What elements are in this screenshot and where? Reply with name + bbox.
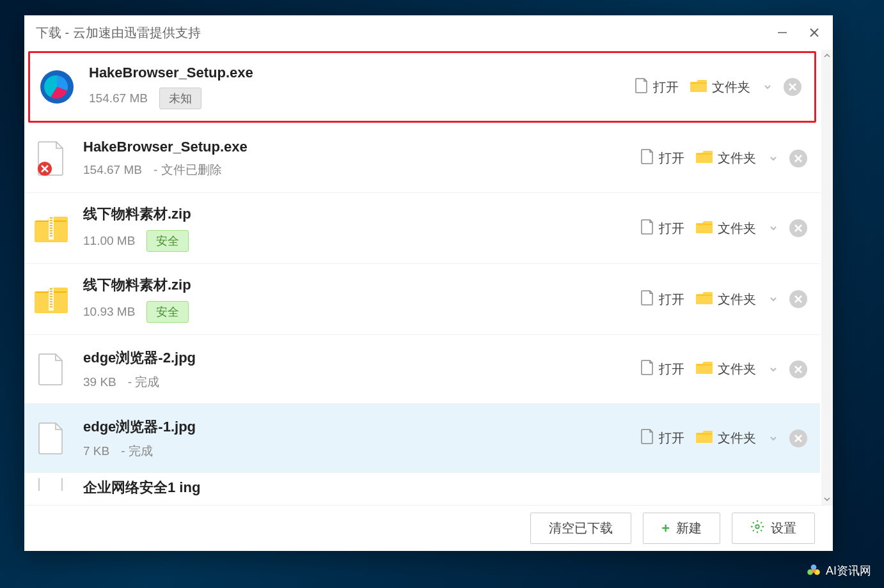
svg-point-19 — [755, 525, 759, 529]
close-button[interactable] — [807, 26, 821, 40]
download-row[interactable]: 线下物料素材.zip11.00 MB安全打开文件夹 — [24, 193, 820, 264]
watermark-text: AI资讯网 — [826, 563, 871, 578]
delete-button[interactable] — [789, 290, 807, 308]
folder-button[interactable]: 文件夹 — [695, 147, 757, 169]
more-options-button[interactable] — [766, 431, 780, 445]
new-label: 新建 — [676, 520, 702, 537]
file-type-icon — [33, 281, 69, 317]
open-button[interactable]: 打开 — [640, 146, 686, 170]
download-row[interactable]: HakeBrowser_Setup.exe154.67 MB- 文件已删除打开文… — [24, 124, 820, 193]
open-button[interactable]: 打开 — [640, 288, 686, 311]
row-actions: 打开文件夹 — [640, 288, 807, 311]
file-info: edge浏览器-1.jpg7 KB- 完成 — [83, 417, 640, 460]
open-label: 打开 — [659, 291, 684, 308]
folder-label: 文件夹 — [718, 291, 756, 308]
new-download-button[interactable]: + 新建 — [643, 513, 720, 544]
more-options-button[interactable] — [761, 80, 775, 94]
file-name: edge浏览器-2.jpg — [83, 348, 640, 368]
file-name: 线下物料素材.zip — [83, 275, 640, 295]
file-type-icon — [33, 478, 69, 491]
more-options-button[interactable] — [766, 292, 780, 306]
clear-downloads-button[interactable]: 清空已下载 — [530, 513, 631, 544]
gear-icon — [750, 520, 764, 537]
settings-label: 设置 — [771, 520, 796, 537]
download-row-partial[interactable]: 企业网络安全1 ing — [24, 473, 820, 504]
folder-button[interactable]: 文件夹 — [695, 217, 757, 240]
status-badge: 安全 — [146, 301, 189, 323]
open-button[interactable]: 打开 — [634, 75, 680, 99]
folder-label: 文件夹 — [712, 79, 750, 96]
file-name: HakeBrowser_Setup.exe — [89, 65, 634, 81]
open-label: 打开 — [659, 429, 684, 447]
open-button[interactable]: 打开 — [640, 426, 686, 450]
row-actions: 打开文件夹 — [634, 75, 801, 99]
folder-icon — [696, 150, 713, 167]
watermark: AI资讯网 — [805, 562, 871, 579]
more-options-button[interactable] — [766, 221, 780, 235]
folder-icon — [696, 429, 713, 447]
file-size: 7 KB — [83, 444, 109, 458]
file-info: 线下物料素材.zip10.93 MB安全 — [83, 275, 640, 323]
file-meta: 154.67 MB- 文件已删除 — [83, 162, 640, 178]
file-type-icon — [39, 69, 75, 105]
document-icon — [641, 149, 654, 167]
more-options-button[interactable] — [766, 151, 780, 166]
file-info: HakeBrowser_Setup.exe154.67 MB未知 — [89, 65, 634, 109]
open-label: 打开 — [659, 360, 684, 378]
document-icon — [641, 290, 654, 309]
row-actions: 打开文件夹 — [640, 357, 807, 381]
settings-button[interactable]: 设置 — [732, 513, 815, 544]
scroll-down-icon[interactable] — [821, 493, 833, 505]
download-list: HakeBrowser_Setup.exe154.67 MB未知打开文件夹Hak… — [24, 50, 821, 505]
folder-label: 文件夹 — [718, 429, 756, 447]
file-info: 线下物料素材.zip11.00 MB安全 — [83, 205, 640, 252]
row-actions: 打开文件夹 — [640, 146, 807, 170]
footer: 清空已下载 + 新建 设置 — [24, 505, 833, 551]
delete-button[interactable] — [789, 429, 807, 447]
status-badge: 未知 — [159, 88, 201, 109]
open-button[interactable]: 打开 — [640, 217, 686, 240]
open-label: 打开 — [659, 220, 684, 237]
download-window: 下载 - 云加速由迅雷提供支持 HakeBrowser_Setup.exe154… — [24, 15, 833, 551]
folder-button[interactable]: 文件夹 — [695, 288, 757, 311]
file-meta: 7 KB- 完成 — [83, 443, 640, 460]
open-label: 打开 — [659, 150, 684, 167]
folder-icon — [696, 360, 713, 378]
file-name: HakeBrowser_Setup.exe — [83, 139, 640, 155]
scroll-up-icon[interactable] — [821, 50, 833, 61]
file-meta: 154.67 MB未知 — [89, 88, 634, 109]
folder-button[interactable]: 文件夹 — [695, 358, 757, 380]
status-text: - 文件已删除 — [154, 162, 222, 178]
window-title: 下载 - 云加速由迅雷提供支持 — [36, 24, 201, 42]
delete-button[interactable] — [789, 219, 807, 237]
open-button[interactable]: 打开 — [640, 357, 686, 381]
delete-button[interactable] — [784, 78, 801, 96]
folder-label: 文件夹 — [718, 150, 756, 167]
download-row[interactable]: edge浏览器-1.jpg7 KB- 完成打开文件夹 — [24, 404, 820, 473]
delete-button[interactable] — [789, 360, 807, 378]
folder-icon — [690, 79, 707, 96]
more-options-button[interactable] — [766, 362, 780, 376]
download-row[interactable]: HakeBrowser_Setup.exe154.67 MB未知打开文件夹 — [28, 51, 816, 123]
delete-button[interactable] — [789, 150, 807, 167]
folder-button[interactable]: 文件夹 — [689, 76, 752, 98]
folder-icon — [696, 220, 713, 237]
folder-label: 文件夹 — [718, 220, 756, 237]
document-icon — [641, 219, 654, 238]
download-row[interactable]: 线下物料素材.zip10.93 MB安全打开文件夹 — [24, 264, 820, 335]
file-name: edge浏览器-1.jpg — [83, 417, 640, 437]
row-actions: 打开文件夹 — [640, 426, 807, 450]
document-icon — [641, 429, 654, 447]
document-icon — [641, 360, 654, 378]
file-info: 企业网络安全1 ing — [83, 478, 807, 504]
open-label: 打开 — [653, 79, 679, 96]
folder-button[interactable]: 文件夹 — [695, 427, 757, 449]
plus-icon: + — [661, 520, 670, 537]
file-type-icon — [33, 352, 69, 387]
minimize-button[interactable] — [775, 26, 789, 40]
download-row[interactable]: edge浏览器-2.jpg39 KB- 完成打开文件夹 — [24, 335, 820, 404]
scrollbar[interactable] — [821, 50, 833, 505]
file-name: 企业网络安全1 ing — [83, 478, 807, 497]
flower-icon — [805, 562, 822, 579]
svg-point-23 — [812, 569, 816, 573]
